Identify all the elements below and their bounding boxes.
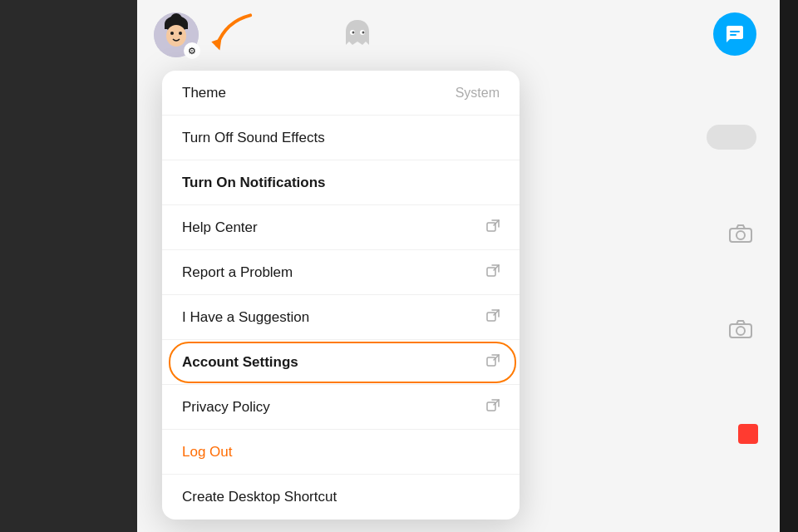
logout-label: Log Out [182,444,233,461]
external-link-icon-2 [486,264,500,280]
avatar-button[interactable]: ⚙ [154,12,199,57]
camera-svg-2 [729,320,752,338]
settings-dropdown-menu: Theme System Turn Off Sound Effects Turn… [162,71,520,520]
report-label: Report a Problem [182,264,293,281]
menu-item-sound[interactable]: Turn Off Sound Effects [162,116,520,160]
privacy-label: Privacy Policy [182,399,270,416]
menu-item-logout[interactable]: Log Out [162,430,520,475]
shortcut-label: Create Desktop Shortcut [182,489,337,505]
sound-label: Turn Off Sound Effects [182,130,325,146]
toggle-switch[interactable] [707,125,756,150]
menu-item-theme[interactable]: Theme System [162,71,520,116]
svg-point-3 [170,13,182,25]
menu-item-account-settings[interactable]: Account Settings [162,340,520,385]
record-button[interactable] [738,424,758,444]
menu-item-suggestion[interactable]: I Have a Suggestion [162,295,520,340]
svg-point-5 [170,32,174,35]
suggestion-label: I Have a Suggestion [182,309,309,326]
snapchat-ghost-icon [339,17,376,61]
settings-gear-badge: ⚙ [184,42,200,59]
svg-point-15 [736,327,745,335]
theme-label: Theme [182,85,226,101]
menu-item-notifications[interactable]: Turn On Notifications [162,160,520,205]
ghost-svg [339,17,376,53]
theme-value: System [456,86,500,101]
svg-point-13 [736,231,745,239]
camera-icon-bottom [729,320,752,343]
gear-icon: ⚙ [188,46,196,57]
svg-point-4 [166,25,186,47]
account-settings-label: Account Settings [182,354,298,371]
external-link-icon-4 [486,354,500,370]
sidebar-right [780,0,798,532]
menu-item-report[interactable]: Report a Problem [162,250,520,295]
sidebar-left [0,0,137,532]
svg-point-11 [362,32,365,34]
external-link-icon [486,219,500,235]
menu-item-shortcut[interactable]: Create Desktop Shortcut [162,475,520,520]
action-button[interactable] [713,12,756,56]
svg-point-10 [352,32,355,34]
chat-icon [725,24,745,44]
svg-point-6 [179,32,182,35]
external-link-icon-3 [486,309,500,325]
help-label: Help Center [182,219,258,236]
external-link-icon-5 [486,399,500,415]
svg-marker-7 [211,38,225,52]
menu-item-help[interactable]: Help Center [162,205,520,250]
notifications-label: Turn On Notifications [182,175,326,191]
camera-icon-top [729,224,752,248]
menu-item-privacy[interactable]: Privacy Policy [162,385,520,430]
camera-svg-1 [729,224,752,243]
